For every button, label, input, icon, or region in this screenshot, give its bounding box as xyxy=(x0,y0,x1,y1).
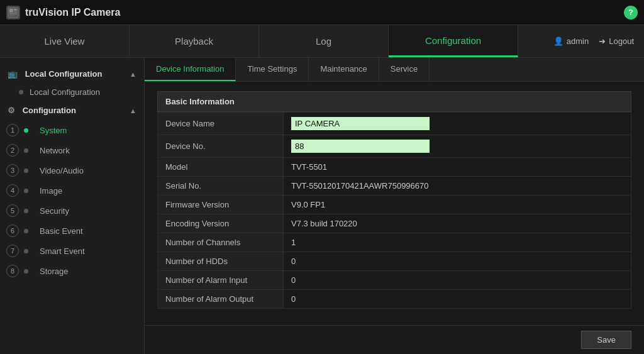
image-number: 4 xyxy=(6,184,19,197)
alarm-input-value: 0 xyxy=(284,271,631,290)
local-config-item-label: Local Configuration xyxy=(30,87,100,97)
smart-event-label: Smart Event xyxy=(40,246,85,256)
model-value: TVT-5501 xyxy=(284,158,631,177)
basic-event-dot xyxy=(24,229,28,233)
video-audio-number: 3 xyxy=(6,164,19,177)
sidebar-local-config-header[interactable]: 📺 Local Configuration ▲ xyxy=(0,64,144,84)
table-row: Firmware Version V9.0 FP1 xyxy=(158,196,631,214)
sidebar-item-storage[interactable]: 8 Storage xyxy=(0,261,144,281)
network-number: 2 xyxy=(6,144,19,157)
sidebar-item-local-config[interactable]: Local Configuration xyxy=(0,84,144,101)
sub-tab-time-settings[interactable]: Time Settings xyxy=(236,58,309,81)
section-title: Basic Information xyxy=(157,91,631,112)
device-name-label: Device Name xyxy=(158,113,284,135)
sidebar-item-image[interactable]: 4 Image xyxy=(0,180,144,201)
help-button[interactable]: ? xyxy=(624,6,638,19)
table-row: Number of Alarm Input 0 xyxy=(158,271,631,290)
basic-event-number: 6 xyxy=(6,224,19,237)
content-panel: Device Information Time Settings Mainten… xyxy=(145,58,644,354)
config-chevron: ▲ xyxy=(130,107,136,114)
system-number: 1 xyxy=(6,124,19,136)
tab-configuration[interactable]: Configuration xyxy=(389,25,518,57)
logo-icon xyxy=(6,6,20,19)
basic-event-label: Basic Event xyxy=(40,226,83,236)
save-button[interactable]: Save xyxy=(581,331,631,349)
network-dot xyxy=(24,148,28,153)
tab-log[interactable]: Log xyxy=(259,25,389,57)
logo-area: truVision IP Camera xyxy=(6,6,120,19)
device-no-label: Device No. xyxy=(158,135,284,158)
sub-tab-service[interactable]: Service xyxy=(379,58,430,81)
tab-live-view[interactable]: Live View xyxy=(0,25,130,57)
logo-text: truVision IP Camera xyxy=(25,7,120,18)
device-no-input[interactable] xyxy=(291,140,430,153)
channels-label: Number of Channels xyxy=(158,233,284,252)
device-no-value[interactable] xyxy=(284,135,631,158)
sidebar-item-smart-event[interactable]: 7 Smart Event xyxy=(0,241,144,261)
sub-tab-maintenance[interactable]: Maintenance xyxy=(309,58,379,81)
sidebar-item-network[interactable]: 2 Network xyxy=(0,140,144,160)
nav-tabs: Live View Playback Log Configuration 👤 a… xyxy=(0,25,644,58)
config-icon: ⚙ xyxy=(8,106,15,115)
table-row: Number of Alarm Output 0 xyxy=(158,290,631,309)
video-audio-dot xyxy=(24,169,28,173)
alarm-input-label: Number of Alarm Input xyxy=(158,271,284,290)
logout-button[interactable]: ➜ Logout xyxy=(599,36,634,46)
sub-tabs: Device Information Time Settings Mainten… xyxy=(145,58,644,82)
firmware-value: V9.0 FP1 xyxy=(284,196,631,214)
sidebar: 📺 Local Configuration ▲ Local Configurat… xyxy=(0,58,145,354)
storage-dot xyxy=(24,269,28,274)
table-row: Device Name xyxy=(158,113,631,135)
local-config-chevron: ▲ xyxy=(130,70,136,78)
sidebar-item-system[interactable]: 1 System xyxy=(0,120,144,140)
nav-right: 👤 admin ➜ Logout xyxy=(518,25,644,57)
sub-tab-device-info[interactable]: Device Information xyxy=(145,58,236,81)
logout-icon: ➜ xyxy=(599,36,606,46)
smart-event-number: 7 xyxy=(6,245,19,257)
alarm-output-label: Number of Alarm Output xyxy=(158,290,284,309)
video-audio-label: Video/Audio xyxy=(40,166,84,175)
sidebar-item-security[interactable]: 5 Security xyxy=(0,201,144,221)
smart-event-dot xyxy=(24,249,28,253)
config-label: Configuration xyxy=(23,106,76,115)
svg-rect-5 xyxy=(9,15,14,16)
sidebar-item-basic-event[interactable]: 6 Basic Event xyxy=(0,221,144,241)
header: truVision IP Camera ? xyxy=(0,0,644,25)
table-row: Number of HDDs 0 xyxy=(158,252,631,271)
table-row: Serial No. TVT-550120170421AAWR750996670 xyxy=(158,177,631,196)
network-label: Network xyxy=(40,146,70,155)
model-label: Model xyxy=(158,158,284,177)
local-config-label: Local Configuration xyxy=(25,69,103,79)
security-number: 5 xyxy=(6,204,19,217)
storage-label: Storage xyxy=(40,267,69,276)
device-name-value[interactable] xyxy=(284,113,631,135)
local-config-icon: 📺 xyxy=(8,69,18,79)
svg-rect-1 xyxy=(9,9,13,13)
encoding-label: Encoding Version xyxy=(158,214,284,233)
footer: Save xyxy=(145,325,644,354)
logout-label: Logout xyxy=(609,36,634,46)
system-dot xyxy=(24,128,28,133)
table-row: Number of Channels 1 xyxy=(158,233,631,252)
serial-value: TVT-550120170421AAWR750996670 xyxy=(284,177,631,196)
main-area: 📺 Local Configuration ▲ Local Configurat… xyxy=(0,58,644,354)
sidebar-item-video-audio[interactable]: 3 Video/Audio xyxy=(0,160,144,180)
admin-area[interactable]: 👤 admin xyxy=(553,36,589,46)
local-config-dot xyxy=(19,90,23,94)
security-dot xyxy=(24,209,28,213)
basic-info-table: Device Name Device No. Model TVT-5501 xyxy=(157,112,631,309)
alarm-output-value: 0 xyxy=(284,290,631,309)
encoding-value: V7.3 build 170220 xyxy=(284,214,631,233)
admin-icon: 👤 xyxy=(553,36,564,46)
hdds-value: 0 xyxy=(284,252,631,271)
device-name-input[interactable] xyxy=(291,117,430,130)
tab-playback[interactable]: Playback xyxy=(130,25,259,57)
storage-number: 8 xyxy=(6,265,19,277)
serial-label: Serial No. xyxy=(158,177,284,196)
table-row: Model TVT-5501 xyxy=(158,158,631,177)
hdds-label: Number of HDDs xyxy=(158,252,284,271)
table-row: Device No. xyxy=(158,135,631,158)
system-label: System xyxy=(40,126,67,135)
sidebar-config-header[interactable]: ⚙ Configuration ▲ xyxy=(0,101,144,120)
svg-rect-4 xyxy=(9,13,17,14)
